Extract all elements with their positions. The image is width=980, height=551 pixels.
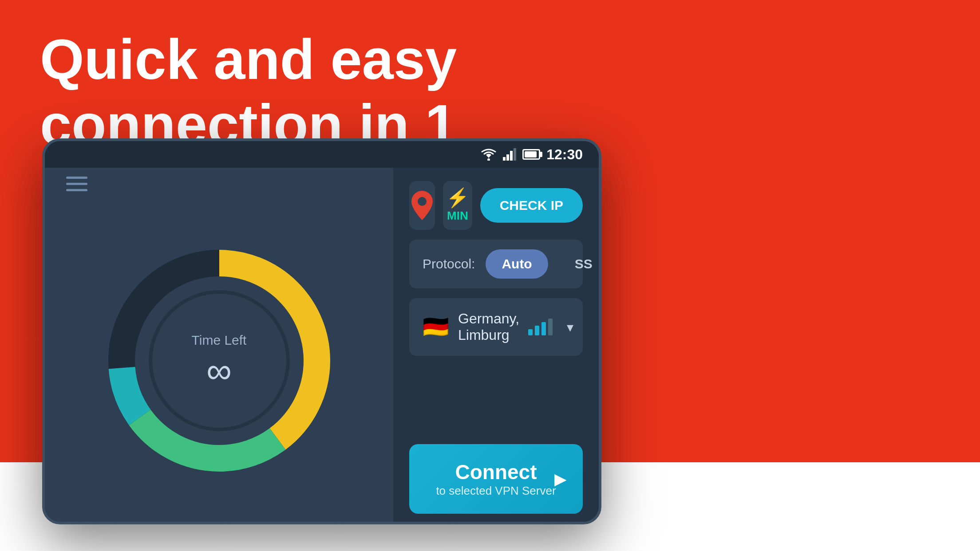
bar-4 — [548, 319, 553, 335]
speed-button[interactable]: ⚡ MIN — [443, 181, 472, 230]
spacer — [409, 366, 583, 434]
bar-1 — [528, 329, 533, 335]
left-panel: Time Left ∞ — [45, 168, 393, 524]
signal-bars — [528, 319, 553, 335]
status-bar: 12:30 — [45, 141, 599, 168]
chevron-down-icon: ▾ — [567, 319, 573, 335]
svg-marker-2 — [506, 154, 509, 161]
speed-label: MIN — [447, 209, 468, 223]
status-time: 12:30 — [546, 146, 583, 163]
server-name: Germany, Limburg — [458, 311, 519, 343]
menu-line-3 — [66, 189, 87, 191]
connect-label: Connect — [455, 460, 537, 484]
signal-icon — [503, 148, 516, 161]
svg-marker-4 — [514, 148, 516, 161]
bar-2 — [535, 326, 539, 335]
svg-point-0 — [487, 158, 490, 161]
right-panel: ⚡ MIN CHECK IP Protocol: Auto SS OpenVPN… — [393, 168, 599, 524]
svg-marker-1 — [503, 157, 506, 161]
battery-icon — [522, 149, 540, 160]
location-icon — [410, 191, 434, 220]
time-left-label: Time Left — [192, 333, 247, 348]
status-icons: 12:30 — [481, 146, 583, 163]
svg-marker-3 — [510, 151, 513, 161]
speed-bolt-icon: ⚡ — [446, 189, 469, 207]
donut-center: Time Left ∞ — [192, 333, 247, 389]
server-flag: 🇩🇪 — [423, 315, 449, 339]
battery-fill — [525, 151, 537, 157]
connect-sublabel: to selected VPN Server — [436, 484, 556, 498]
menu-line-2 — [66, 183, 87, 185]
protocol-auto-button[interactable]: Auto — [486, 249, 548, 279]
device-frame: 12:30 Time Left — [42, 138, 601, 524]
connect-arrow-icon: ▶ — [554, 470, 567, 488]
bar-3 — [541, 322, 546, 335]
infinity-symbol: ∞ — [192, 353, 247, 389]
location-button[interactable] — [409, 181, 435, 230]
check-ip-button[interactable]: CHECK IP — [480, 188, 583, 223]
svg-point-11 — [418, 197, 427, 206]
donut-chart: Time Left ∞ — [95, 236, 344, 485]
menu-line-1 — [66, 177, 87, 179]
protocol-label: Protocol: — [423, 256, 475, 272]
menu-button[interactable] — [66, 177, 87, 191]
headline-line1: Quick and easy — [40, 28, 457, 91]
top-row: ⚡ MIN CHECK IP — [409, 181, 583, 230]
server-row[interactable]: 🇩🇪 Germany, Limburg ▾ — [409, 298, 583, 356]
connect-button[interactable]: Connect to selected VPN Server ▶ — [409, 444, 583, 514]
protocol-row: Protocol: Auto SS OpenVPN — [409, 240, 583, 288]
wifi-icon — [481, 148, 497, 161]
protocol-ss-button[interactable]: SS — [559, 249, 601, 279]
